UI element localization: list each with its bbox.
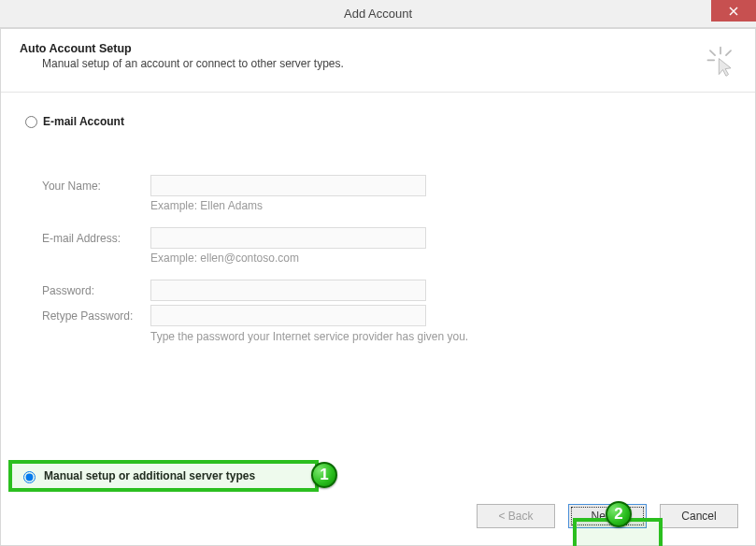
name-hint: Example: Ellen Adams: [150, 199, 731, 212]
wizard-title: Auto Account Setup: [20, 42, 736, 55]
radio-manual-input[interactable]: [23, 471, 36, 483]
wizard-subtitle: Manual setup of an account or connect to…: [42, 57, 736, 70]
retype-row: Retype Password:: [42, 305, 731, 326]
email-label: E-mail Address:: [42, 232, 150, 245]
title-bar: Add Account: [0, 0, 756, 28]
wizard-header: Auto Account Setup Manual setup of an ac…: [1, 29, 755, 93]
retype-label: Retype Password:: [42, 309, 150, 323]
dialog-body: Auto Account Setup Manual setup of an ac…: [0, 28, 756, 546]
radio-manual-wrap: Manual setup or additional server types: [11, 465, 261, 487]
email-fields-group: Your Name: Example: Ellen Adams E-mail A…: [42, 175, 731, 343]
name-input: [150, 175, 426, 196]
email-row: E-mail Address:: [42, 227, 731, 249]
password-block: Password: Retype Password: Type the pass…: [42, 280, 731, 343]
radio-manual-setup[interactable]: Manual setup or additional server types: [19, 468, 255, 483]
form-area: E-mail Account Your Name: Example: Ellen…: [1, 93, 755, 343]
password-label: Password:: [42, 284, 150, 297]
window-title: Add Account: [344, 7, 412, 21]
radio-email-account[interactable]: E-mail Account: [25, 115, 731, 128]
name-label: Your Name:: [42, 180, 150, 193]
radio-email-label: E-mail Account: [43, 115, 124, 128]
password-row: Password:: [42, 280, 731, 301]
name-row: Your Name:: [42, 175, 731, 196]
close-button[interactable]: [711, 0, 756, 22]
button-bar: < Back Next > Cancel: [477, 504, 738, 528]
email-hint: Example: ellen@contoso.com: [150, 251, 731, 265]
close-icon: [729, 7, 738, 16]
next-button[interactable]: Next >: [568, 504, 647, 528]
password-hint: Type the password your Internet service …: [150, 330, 731, 343]
retype-input: [150, 305, 426, 326]
password-input: [150, 280, 426, 301]
radio-email-input[interactable]: [25, 116, 37, 128]
radio-manual-label: Manual setup or additional server types: [44, 469, 255, 482]
svg-line-4: [710, 50, 715, 55]
svg-line-5: [726, 50, 731, 55]
email-input: [150, 227, 426, 249]
back-button: < Back: [477, 504, 555, 528]
cancel-button[interactable]: Cancel: [660, 504, 738, 528]
cursor-click-icon: [705, 46, 736, 78]
